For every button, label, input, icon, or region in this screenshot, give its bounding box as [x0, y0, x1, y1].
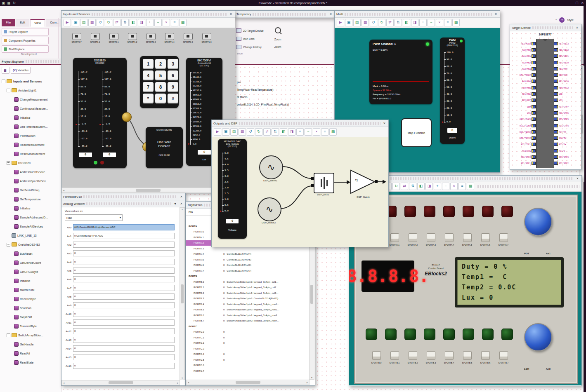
pin-icon[interactable] — [554, 92, 558, 96]
map-function-block[interactable]: Map Function — [401, 118, 432, 147]
ribbon-button[interactable]: Find/Replace — [2, 45, 49, 53]
pin-icon[interactable] — [532, 111, 536, 115]
project-explorer-header[interactable]: Project Explorer — [0, 59, 61, 64]
app-titlebar[interactable]: ▣ ▦ ↻ Flowcode - Dedicated 2D component … — [0, 0, 586, 6]
pattern-icon[interactable]: ▩ — [329, 128, 337, 136]
push-button[interactable] — [463, 329, 474, 340]
pin-icon[interactable] — [554, 42, 558, 45]
pin-icon[interactable] — [554, 111, 558, 115]
flip-vertical-icon[interactable]: ⇅ — [395, 19, 402, 26]
tree-item[interactable]: ResetMeasurement — [14, 149, 60, 158]
pin-icon[interactable] — [554, 136, 558, 140]
value-mode-dropdown[interactable]: Raw ▾ — [65, 214, 123, 221]
view-ribbon-item[interactable]: Icon Lists — [236, 35, 264, 43]
analog-value-field[interactable]: 0 — [73, 268, 175, 274]
inputs-panel-canvas[interactable]: SPORT0.7 SPORT1.1 SPORT0.1 SPORT — [61, 28, 235, 193]
toggle-switch[interactable] — [427, 233, 435, 242]
pin-icon[interactable] — [532, 162, 536, 165]
pin-icon[interactable] — [532, 92, 536, 96]
port-connector[interactable] — [91, 33, 100, 40]
digital-pin-row[interactable]: PORTC.5 0 — [186, 357, 315, 363]
pin-icon[interactable] — [554, 155, 558, 159]
digital-pin-row[interactable]: PORTB.7 0 SwitchArraySlider1pin3: keypad… — [186, 318, 315, 324]
pin-icon[interactable] — [532, 117, 536, 121]
pwm-scale[interactable]: 100.0 90.0 80.0 70.0 60.0 50.0 40.0 30. — [444, 52, 461, 123]
zoom-in-icon[interactable]: + — [434, 183, 441, 190]
tree-item[interactable]: PowerDown — [14, 131, 60, 140]
pin-icon[interactable] — [532, 61, 536, 64]
scroll-left-icon[interactable]: ◄ — [63, 189, 65, 192]
digital-pin-row[interactable]: PORTC — [186, 324, 315, 329]
expander-icon[interactable] — [7, 243, 10, 246]
list-icon[interactable]: ≡ — [444, 19, 451, 26]
digital-pin-row[interactable]: PORTA.4 0 ComboBL0114(PinA4) — [186, 251, 315, 257]
analog-value-field[interactable]: 0 ComboBL0114:Pot.ADC — [73, 233, 175, 239]
redo-icon[interactable]: ↻ — [105, 19, 112, 26]
redo-icon[interactable]: ↻ — [392, 183, 400, 190]
maximize-icon[interactable]: □ — [576, 1, 578, 5]
keypad-key[interactable]: 6 — [168, 70, 178, 80]
scroll-down-icon[interactable]: ▼ — [311, 376, 313, 379]
tree-item[interactable]: Initialise — [14, 204, 60, 213]
analog-value-field[interactable]: 0 — [73, 293, 175, 300]
tree-item[interactable]: AmbientLight1 — [7, 86, 60, 95]
outputs-panel-canvas[interactable]: MCP47X6 DAC DAC_Output1 (I2C CH3) 5.0 4.… — [212, 137, 388, 247]
view-ribbon-item[interactable]: 2D Target Device — [236, 26, 264, 35]
zoom-label[interactable]: Zoom — [271, 45, 285, 48]
vertical-scrollbar[interactable]: ▲ ▼ — [180, 207, 185, 380]
port-connector[interactable] — [165, 33, 174, 40]
pin-icon[interactable] — [554, 143, 558, 146]
pin-icon[interactable] — [532, 99, 536, 102]
list-icon[interactable]: ≡ — [458, 183, 466, 190]
pin-icon[interactable] — [532, 42, 536, 45]
push-button[interactable] — [482, 329, 494, 340]
align-left-icon[interactable]: ◧ — [403, 19, 410, 26]
pin-icon[interactable] — [554, 61, 558, 64]
digital-pin-row[interactable]: PORTB.6 0 SwitchArraySlider1pin3: keypad… — [186, 312, 315, 318]
view-ribbon-item[interactable]: Change History — [236, 43, 264, 51]
one-wire-connector[interactable] — [122, 112, 132, 122]
tree-item[interactable]: GetHandle — [14, 340, 60, 349]
scroll-thumb[interactable] — [236, 381, 260, 384]
pattern-icon[interactable]: ▩ — [179, 19, 187, 26]
tree-item[interactable]: Initialise — [14, 276, 60, 285]
tree-item[interactable]: ReadAll — [14, 349, 60, 358]
pin-icon[interactable] — [554, 162, 558, 165]
tree-item[interactable]: GetCRC8Byte — [14, 267, 60, 276]
voltage-scale[interactable]: 5.0 4.5 4.0 3.5 3.0 2.5 2.0 1.5 — [222, 152, 241, 212]
close-icon[interactable]: × — [494, 12, 498, 16]
ldr-knob[interactable] — [524, 323, 552, 351]
zoom-icon[interactable] — [275, 27, 281, 33]
pin-icon[interactable] — [532, 86, 536, 89]
scale-marker-icon[interactable]: ► — [442, 121, 444, 123]
digital-pin-row[interactable]: PORTC.0 0 — [186, 329, 315, 335]
digital-pin-row[interactable]: PORTC.2 0 — [186, 340, 315, 346]
ribbon-button[interactable]: Component Properties — [2, 37, 49, 44]
keypad-key[interactable]: 2 — [155, 59, 166, 69]
align-right-icon[interactable]: ◨ — [425, 183, 433, 190]
toggle-switch[interactable] — [499, 233, 508, 242]
ribbon-tab[interactable]: Com... — [46, 19, 63, 26]
keypad-key[interactable]: 7 — [143, 82, 154, 92]
tree-item[interactable]: MatchROM — [14, 285, 60, 294]
tree-item[interactable]: DS18B20 — [7, 158, 60, 167]
digital-pin-row[interactable]: PORTB.1 0 SwitchArraySlider1pin3: keypad… — [186, 285, 315, 291]
analog-value-field[interactable]: (42) ComboBL0114:LightSensor.ADC — [73, 224, 175, 230]
flip-horizontal-icon[interactable]: ⇄ — [113, 19, 121, 26]
toggle-switch[interactable] — [409, 233, 417, 242]
toggle-switch[interactable] — [390, 233, 399, 242]
zoom-out-icon[interactable]: − — [305, 128, 312, 136]
delete-icon[interactable]: × — [450, 183, 458, 190]
pin-icon[interactable] — [532, 54, 536, 58]
analog-value-field[interactable]: 0 — [73, 337, 175, 343]
digital-pin-row[interactable]: PORTC.3 — [186, 346, 315, 352]
pin-icon[interactable] — [532, 130, 536, 134]
analog-value-field[interactable]: 0 — [73, 242, 175, 248]
digital-pin-row[interactable]: PORTC.4 0 — [186, 352, 315, 357]
pin-icon[interactable] — [532, 48, 536, 52]
push-button[interactable] — [424, 329, 435, 340]
expander-icon[interactable] — [2, 80, 5, 83]
undo-icon[interactable]: ↺ — [247, 128, 254, 136]
pin-icon[interactable] — [532, 80, 536, 83]
delete-icon[interactable]: × — [163, 19, 170, 26]
